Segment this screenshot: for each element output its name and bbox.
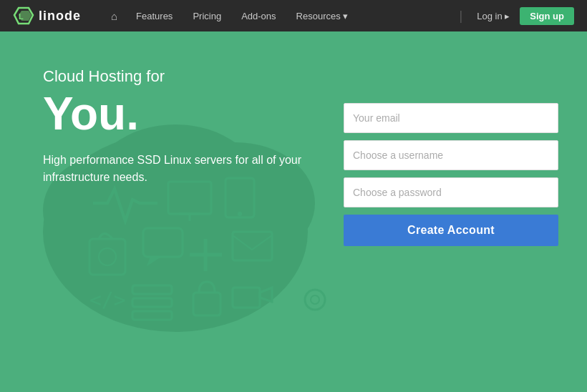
username-input[interactable] — [344, 140, 558, 170]
nav-links: ⌂ Features Pricing Add-ons Resources ▾ — [102, 10, 455, 22]
svg-point-11 — [238, 212, 242, 216]
navbar: L linode ⌂ Features Pricing Add-ons Reso… — [0, 0, 587, 31]
logo-text: linode — [39, 9, 81, 24]
hero-section: </> Cloud Hosting for You. High performa… — [0, 31, 587, 392]
nav-home-icon[interactable]: ⌂ — [102, 10, 126, 22]
hero-content: Cloud Hosting for You. High performance … — [0, 60, 344, 186]
svg-text:L: L — [19, 12, 24, 21]
signup-button[interactable]: Sign up — [520, 7, 574, 25]
hero-description: High performance SSD Linux servers for a… — [43, 152, 315, 186]
nav-divider: | — [455, 9, 467, 24]
signup-form: Create Account — [344, 103, 558, 246]
hero-subtitle: Cloud Hosting for — [43, 67, 344, 86]
logo-icon: L — [13, 5, 34, 26]
nav-addons[interactable]: Add-ons — [231, 11, 286, 21]
nav-pricing[interactable]: Pricing — [183, 11, 231, 21]
email-input[interactable] — [344, 103, 558, 133]
logo[interactable]: L linode — [13, 5, 81, 26]
hero-title: You. — [43, 89, 344, 139]
nav-resources[interactable]: Resources ▾ — [286, 11, 359, 21]
nav-features[interactable]: Features — [126, 11, 183, 21]
create-account-button[interactable]: Create Account — [344, 215, 558, 246]
password-input[interactable] — [344, 177, 558, 207]
login-link[interactable]: Log in ▸ — [471, 11, 515, 21]
svg-text:</>: </> — [89, 288, 126, 312]
svg-point-27 — [311, 295, 319, 304]
nav-right: | Log in ▸ Sign up — [455, 7, 574, 25]
svg-point-26 — [305, 290, 325, 310]
